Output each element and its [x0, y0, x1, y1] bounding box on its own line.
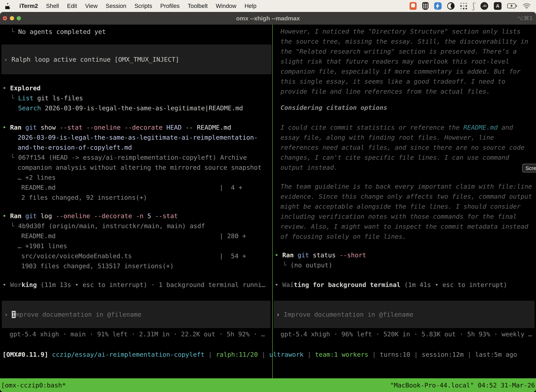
minimize-button[interactable] — [10, 16, 14, 20]
ralph-loop-banner[interactable]: › Ralph loop active continue [OMX_TMUX_I… — [1, 44, 272, 74]
reasoning-para1-line5: companion file, especially if more comme… — [281, 66, 521, 76]
cmd-git-log: • Ran git log --oneline --decorate -n 5 … — [2, 211, 178, 221]
macos-menu-bar: iTerm2 Shell Edit View Session Scripts P… — [0, 0, 536, 12]
apple-menu-icon[interactable] — [5, 2, 11, 9]
log-commit-line: └ 4b9d30f (origin/main, instructkr/main,… — [10, 221, 205, 231]
left-prompt-input-text: › Improve documentation in @filename — [4, 311, 141, 318]
reasoning-para3-line5: review. Also, I might want to inspect th… — [281, 221, 528, 232]
omx-status-line: [OMX#0.11.9] cczip/essay/ai-reimplementa… — [2, 350, 517, 359]
explored-header: • Explored — [2, 83, 41, 93]
cmd-git-status: • Ran git status --short — [275, 250, 366, 260]
log-summary: 1903 files changed, 513517 insertions(+) — [21, 261, 174, 271]
tmux-host-clock: "MacBook-Pro-44.local" 04:52 31-Mar-26 — [390, 382, 535, 389]
window-title: omx --xhigh --madmax — [0, 12, 536, 25]
menu-item-shell[interactable]: Shell — [46, 3, 59, 9]
menu-item-profiles[interactable]: Profiles — [160, 3, 180, 9]
screen-record-icon[interactable] — [410, 2, 416, 10]
reasoning-para2-line1: I could cite commit statistics or refere… — [281, 122, 513, 132]
menu-item-edit[interactable]: Edit — [67, 3, 77, 9]
reasoning-para1-line7: provide file and line references from th… — [281, 86, 490, 96]
log-stat-readme: README.md | 280 + — [21, 231, 246, 241]
reasoning-para1-line4: slight risk that future readers may over… — [281, 56, 509, 66]
git-status-no-output: └ (no output) — [283, 260, 332, 270]
right-prompt-input-text: › Improve documentation in @filename — [276, 311, 413, 318]
right-prompt-input[interactable]: › Improve documentation in @filename — [274, 301, 535, 328]
working-status-line: • Working (11m 13s • esc to interrupt) ·… — [2, 280, 266, 290]
reasoning-para1-line3: the "Related research writing" section i… — [281, 46, 517, 56]
wifi-icon[interactable] — [523, 3, 531, 9]
reasoning-para3-line1: The team guideline is to back every impo… — [281, 182, 532, 191]
close-button[interactable] — [3, 16, 7, 20]
reasoning-para3-line6: of focusing solely on file lines. — [281, 232, 406, 242]
show-filename-line1: 2026-03-09-is-legal-the-same-as-legitima… — [18, 132, 258, 142]
waiting-status-line: • Waiting for background terminal (1m 41… — [275, 280, 507, 290]
menu-item-session[interactable]: Session — [106, 3, 126, 9]
zoom-button[interactable] — [17, 16, 21, 20]
pane-divider[interactable] — [272, 25, 273, 378]
reasoning-para2-line3: references need actual files, and since … — [281, 142, 524, 152]
reasoning-para2-line4: changes, I can't cite specific file line… — [281, 152, 509, 163]
show-commit-line1: └ 067f154 (HEAD -> essay/ai-reimplementa… — [10, 152, 247, 163]
log-more-lines: … +1901 lines — [18, 241, 67, 251]
reasoning-para1-line6: this single essay, it seems like a good … — [281, 76, 505, 86]
menu-item-toolbelt[interactable]: Toolbelt — [188, 3, 208, 9]
menu-item-view[interactable]: View — [85, 3, 98, 9]
reasoning-para3-line2: evidence. Since this change only affects… — [281, 191, 532, 201]
shield-grid-icon[interactable] — [422, 2, 429, 10]
left-prompt-input[interactable]: › Improve documentation in @filename — [2, 301, 270, 328]
hexagon-bolt-icon[interactable] — [434, 2, 442, 10]
reasoning-para2-line5: output instead. — [281, 163, 338, 173]
explored-search-line: Search 2026-03-09-is-legal-the-same-as-l… — [18, 103, 243, 113]
screen: { "menu_bar": { "items": ["iTerm2","Shel… — [0, 0, 536, 392]
reasoning-para3-line3: might be acceptable alongside the file l… — [281, 201, 521, 211]
ssh-squiggle-icon[interactable]: ʃ — [473, 2, 475, 10]
battery-icon[interactable] — [507, 3, 517, 9]
left-model-status-line: gpt-5.4 xhigh · main · 91% left · 2.31M … — [10, 329, 265, 339]
input-source-icon[interactable]: A — [494, 2, 502, 10]
menu-item-window[interactable]: Window — [216, 3, 236, 9]
show-commit-line2: companion analysis without altering the … — [18, 163, 262, 173]
dots-grid-icon[interactable] — [460, 3, 467, 9]
agents-status-line: └ No agents completed yet — [10, 27, 106, 37]
reasoning-para1-line1: However, I noticed the "Directory Struct… — [281, 26, 521, 36]
show-more-lines: … +2 lines — [18, 173, 56, 182]
show-summary: 2 files changed, 92 insertions(+) — [21, 192, 147, 202]
explored-list-line: └ List git ls-files — [10, 93, 83, 103]
tmux-status-bar: [omx-cczip0:bash* "MacBook-Pro-44.local"… — [0, 378, 536, 392]
show-stat-readme: README.md | 4 + — [21, 182, 242, 192]
ralph-loop-banner-text: › Ralph loop active continue [OMX_TMUX_I… — [4, 56, 179, 63]
tmux-session-label: [omx-cczip0:bash* — [1, 382, 66, 389]
battery-percent-icon[interactable]: ..61 — [480, 2, 488, 10]
menu-item-scripts[interactable]: Scripts — [134, 3, 152, 9]
crescent-icon[interactable] — [447, 2, 455, 10]
menu-item-help[interactable]: Help — [244, 3, 256, 9]
menu-item-app[interactable]: iTerm2 — [19, 3, 38, 9]
reasoning-para2-line2: essay file, along with finding root file… — [281, 132, 494, 142]
reasoning-para3-line4: including verification notes with those … — [281, 211, 517, 221]
show-filename-line2: and-the-erosion-of-copyleft.md — [18, 142, 132, 152]
reasoning-heading: Considering citation options — [281, 103, 387, 112]
log-stat-voice: src/voice/voiceModeEnabled.ts | 54 + — [21, 251, 246, 261]
terminal-content: └ No agents completed yet › Ralph loop a… — [0, 25, 536, 392]
cmd-git-show: • Ran git show --stat --oneline --decora… — [2, 122, 231, 132]
reasoning-para1-line2: the source tree, missing the essay. Stil… — [281, 36, 528, 46]
menu-bar-status-area: ʃ ..61 A — [410, 2, 531, 10]
window-shortcut-badge: ⌥⌘1 — [517, 12, 533, 25]
right-model-status-line: gpt-5.4 xhigh · 96% left · 520K in · 5.8… — [281, 329, 532, 339]
screen-share-chip: Scre — [522, 164, 536, 173]
